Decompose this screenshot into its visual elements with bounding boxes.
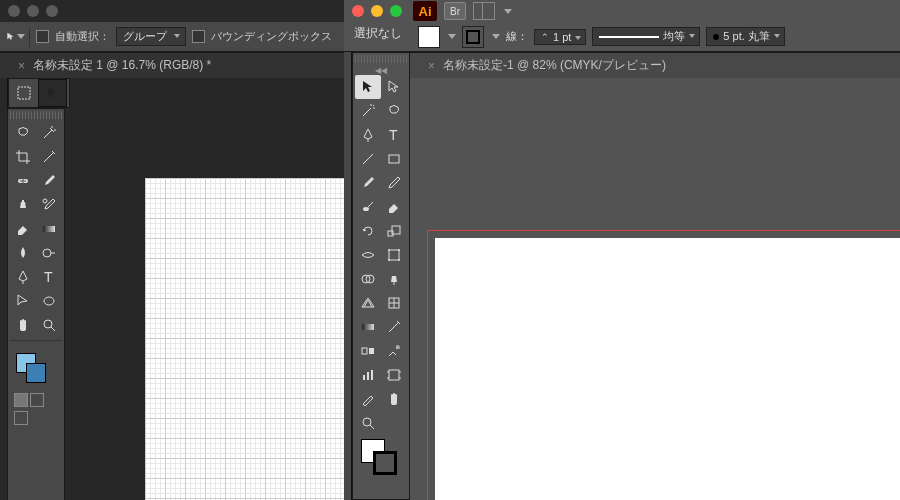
close-button[interactable] — [352, 5, 364, 17]
magic-wand-tool[interactable] — [355, 99, 381, 123]
chevron-down-icon[interactable] — [492, 34, 500, 39]
dodge-tool[interactable] — [36, 241, 62, 265]
lasso-tool[interactable] — [381, 99, 407, 123]
hand-tool[interactable] — [10, 313, 36, 337]
brush-dropdown[interactable]: 5 pt. 丸筆 — [706, 27, 784, 46]
standard-mode-button[interactable] — [14, 393, 28, 407]
free-transform-tool[interactable] — [381, 243, 407, 267]
eraser-tool[interactable] — [381, 195, 407, 219]
chevron-down-icon[interactable] — [504, 9, 512, 14]
crop-tool[interactable] — [10, 145, 36, 169]
ai-tab-bar: × 名称未設定-1 @ 82% (CMYK/プレビュー) — [410, 52, 900, 78]
shape-tool[interactable] — [36, 289, 62, 313]
background-color[interactable] — [26, 363, 46, 383]
illustrator-window: Ai Br 選択なし 線： ⌃1 pt 均等 5 pt. 丸筆 ◀◀ T — [344, 0, 900, 500]
selection-tool[interactable] — [355, 75, 381, 99]
slice-tool[interactable] — [355, 387, 381, 411]
toolbar-grip[interactable] — [355, 55, 407, 63]
close-tab-icon[interactable]: × — [18, 59, 25, 73]
eyedropper-tool[interactable] — [36, 145, 62, 169]
eyedropper-tool[interactable] — [381, 315, 407, 339]
marquee-tool[interactable] — [9, 79, 38, 107]
type-tool[interactable]: T — [381, 123, 407, 147]
maximize-button[interactable] — [390, 5, 402, 17]
type-tool[interactable]: T — [36, 265, 62, 289]
eraser-tool[interactable] — [10, 217, 36, 241]
quickmask-mode-button[interactable] — [30, 393, 44, 407]
ps-tab-title[interactable]: 名称未設定 1 @ 16.7% (RGB/8) * — [33, 57, 211, 74]
auto-select-checkbox[interactable] — [36, 30, 49, 43]
svg-text:T: T — [389, 127, 398, 143]
ai-titlebar: Ai Br — [344, 0, 900, 22]
lasso-tool[interactable] — [10, 121, 36, 145]
brush-tool[interactable] — [36, 169, 62, 193]
bridge-button[interactable]: Br — [444, 2, 466, 20]
auto-select-dropdown[interactable]: グループ — [116, 27, 186, 46]
pen-tool[interactable] — [355, 123, 381, 147]
width-tool[interactable] — [355, 243, 381, 267]
ps-color-swatches[interactable] — [10, 349, 62, 391]
blend-tool[interactable] — [355, 339, 381, 363]
chevron-down-icon[interactable] — [17, 34, 25, 39]
live-paint-tool[interactable] — [381, 267, 407, 291]
rectangle-tool[interactable] — [381, 147, 407, 171]
bounding-box-label: バウンディングボックス — [211, 29, 332, 44]
selection-status: 選択なし — [350, 25, 412, 49]
close-button[interactable] — [8, 5, 20, 17]
ps-canvas-area[interactable] — [70, 78, 344, 500]
stroke-swatch[interactable] — [462, 26, 484, 48]
pen-tool[interactable] — [10, 265, 36, 289]
maximize-button[interactable] — [46, 5, 58, 17]
hand-tool[interactable] — [381, 387, 407, 411]
ai-color-swatches[interactable] — [355, 435, 407, 477]
scale-tool[interactable] — [381, 219, 407, 243]
toolbar-grip[interactable] — [10, 111, 62, 119]
ai-tab-title[interactable]: 名称未設定-1 @ 82% (CMYK/プレビュー) — [443, 57, 666, 74]
mesh-tool[interactable] — [381, 291, 407, 315]
screen-mode-button[interactable] — [14, 411, 28, 425]
zoom-tool[interactable] — [355, 411, 381, 435]
magic-wand-tool[interactable] — [36, 121, 62, 145]
ps-artboard — [145, 178, 344, 500]
column-graph-tool[interactable] — [355, 363, 381, 387]
path-selection-tool[interactable] — [10, 289, 36, 313]
svg-rect-9 — [389, 155, 399, 163]
bounding-box-checkbox[interactable] — [192, 30, 205, 43]
move-tool[interactable] — [38, 79, 67, 107]
ai-canvas-area[interactable] — [410, 78, 900, 500]
artboard-tool[interactable] — [381, 363, 407, 387]
collapse-icon[interactable]: ◀◀ — [355, 65, 407, 75]
svg-rect-3 — [43, 226, 55, 232]
rotate-tool[interactable] — [355, 219, 381, 243]
stroke-color[interactable] — [373, 451, 397, 475]
print-tiling-tool[interactable] — [381, 411, 407, 435]
stroke-profile-dropdown[interactable]: 均等 — [592, 27, 700, 46]
blob-brush-tool[interactable] — [355, 195, 381, 219]
svg-point-10 — [363, 207, 369, 211]
fill-swatch[interactable] — [418, 26, 440, 48]
svg-point-6 — [44, 297, 54, 305]
healing-brush-tool[interactable] — [10, 169, 36, 193]
history-brush-tool[interactable] — [36, 193, 62, 217]
shape-builder-tool[interactable] — [355, 267, 381, 291]
line-tool[interactable] — [355, 147, 381, 171]
arrange-documents-button[interactable] — [473, 2, 495, 20]
symbol-sprayer-tool[interactable] — [381, 339, 407, 363]
photoshop-window: 自動選択： グループ バウンディングボックス × 名称未設定 1 @ 16.7%… — [0, 0, 344, 500]
close-tab-icon[interactable]: × — [428, 59, 435, 73]
svg-point-24 — [396, 347, 398, 349]
chevron-down-icon[interactable] — [448, 34, 456, 39]
paintbrush-tool[interactable] — [355, 171, 381, 195]
minimize-button[interactable] — [27, 5, 39, 17]
zoom-tool[interactable] — [36, 313, 62, 337]
minimize-button[interactable] — [371, 5, 383, 17]
pencil-tool[interactable] — [381, 171, 407, 195]
perspective-grid-tool[interactable] — [355, 291, 381, 315]
direct-selection-tool[interactable] — [381, 75, 407, 99]
stroke-weight-dropdown[interactable]: ⌃1 pt — [534, 29, 586, 45]
clone-stamp-tool[interactable] — [10, 193, 36, 217]
gradient-tool[interactable] — [36, 217, 62, 241]
svg-point-15 — [398, 249, 400, 251]
blur-tool[interactable] — [10, 241, 36, 265]
gradient-tool[interactable] — [355, 315, 381, 339]
